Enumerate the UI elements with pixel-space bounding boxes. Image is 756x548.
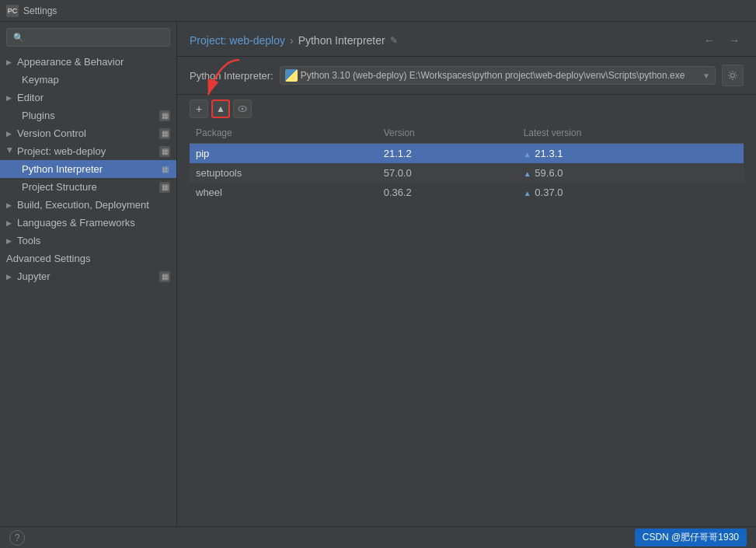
arrow-icon: ▶	[6, 273, 14, 281]
sidebar-item-label: Advanced Settings	[6, 253, 90, 264]
up-arrow-icon: ▲	[524, 150, 534, 159]
arrow-icon: ▶	[6, 130, 14, 138]
interpreter-value: Python 3.10 (web-deploy) E:\Workspaces\p…	[301, 70, 685, 81]
sidebar-item-label: Editor	[17, 92, 44, 103]
sidebar-item-editor[interactable]: ▶ Editor	[0, 89, 176, 106]
sidebar-item-project-structure[interactable]: Project Structure ▦	[0, 178, 176, 196]
sidebar-item-label: Keymap	[22, 74, 59, 86]
interpreter-select-text: Python 3.10 (web-deploy) E:\Workspaces\p…	[285, 69, 685, 82]
app-icon: PC	[6, 5, 19, 17]
sidebar-item-label: Tools	[17, 235, 40, 246]
python-icon	[285, 69, 298, 82]
dropdown-arrow-icon: ▼	[702, 72, 710, 80]
sidebar-item-build[interactable]: ▶ Build, Execution, Deployment	[0, 196, 176, 214]
cell-latest: ▲ 59.6.0	[517, 163, 744, 183]
arrow-icon: ▶	[6, 148, 14, 155]
nav-back-button[interactable]: ←	[700, 31, 719, 50]
arrow-icon: ▶	[6, 201, 14, 209]
structure-icon: ▦	[159, 182, 170, 193]
add-package-button[interactable]: +	[190, 99, 208, 118]
interpreter-select-dropdown[interactable]: Python 3.10 (web-deploy) E:\Workspaces\p…	[280, 66, 716, 85]
arrow-icon: ▶	[6, 94, 14, 102]
cell-version: 0.36.2	[378, 183, 517, 202]
search-box[interactable]: 🔍	[6, 28, 170, 47]
sidebar-item-project[interactable]: ▶ Project: web-deploy ▦	[0, 142, 176, 160]
project-icon: ▦	[159, 146, 170, 157]
sidebar-item-keymap[interactable]: Keymap	[0, 71, 176, 89]
bottom-bar: ? CSDN @肥仔哥哥1930	[0, 526, 756, 548]
nav-forward-button[interactable]: →	[725, 31, 744, 50]
arrow-icon: ▶	[6, 58, 14, 66]
interpreter-row: Python Interpreter: Python 3.10 (web-dep…	[177, 57, 756, 95]
cell-version: 21.1.2	[378, 144, 517, 164]
help-button[interactable]: ?	[9, 530, 25, 546]
sidebar-item-plugins[interactable]: Plugins ▦	[0, 106, 176, 124]
sidebar-item-label: Version Control	[17, 127, 86, 139]
table-header-row: Package Version Latest version	[190, 123, 744, 144]
eye-icon	[238, 104, 247, 113]
table-row[interactable]: pip21.1.2▲ 21.3.1	[190, 144, 744, 164]
sidebar-item-advanced-settings[interactable]: Advanced Settings	[0, 250, 176, 267]
sidebar-item-appearance[interactable]: ▶ Appearance & Behavior	[0, 53, 176, 71]
breadcrumb-edit-icon[interactable]: ✎	[390, 35, 398, 46]
sidebar-item-label: Python Interpreter	[22, 163, 103, 175]
search-input[interactable]	[27, 32, 163, 43]
remove-package-button[interactable]: ▲	[211, 99, 230, 118]
package-table: Package Version Latest version pip21.1.2…	[190, 123, 744, 202]
sidebar: 🔍 ▶ Appearance & Behavior Keymap ▶ Edito…	[0, 22, 177, 526]
sidebar-item-label: Languages & Frameworks	[17, 217, 135, 229]
breadcrumb-parent[interactable]: Project: web-deploy	[190, 34, 285, 47]
sidebar-item-version-control[interactable]: ▶ Version Control ▦	[0, 124, 176, 142]
sidebar-item-label: Jupyter	[17, 271, 51, 282]
cell-package: wheel	[190, 183, 378, 202]
header-nav: ← →	[700, 31, 744, 50]
cell-latest: ▲ 0.37.0	[517, 183, 744, 202]
package-toolbar: + ▲	[177, 95, 756, 123]
table-row[interactable]: wheel0.36.2▲ 0.37.0	[190, 183, 744, 202]
breadcrumb: Project: web-deploy › Python Interpreter…	[190, 34, 398, 47]
sidebar-item-python-interpreter[interactable]: Python Interpreter ▦	[0, 160, 176, 178]
settings-package-button[interactable]	[233, 99, 252, 118]
col-package: Package	[190, 123, 378, 144]
title-bar: PC Settings	[0, 0, 756, 22]
window-title: Settings	[23, 5, 57, 16]
interpreter-gear-button[interactable]	[722, 65, 744, 86]
breadcrumb-current: Python Interpreter	[298, 34, 385, 47]
sidebar-item-label: Appearance & Behavior	[17, 56, 124, 68]
cell-latest: ▲ 21.3.1	[517, 144, 744, 164]
cell-package: pip	[190, 144, 378, 164]
sidebar-item-label: Project Structure	[22, 181, 97, 193]
arrow-icon: ▶	[6, 219, 14, 227]
plugins-icon: ▦	[159, 110, 170, 121]
svg-point-0	[731, 74, 735, 78]
sidebar-item-tools[interactable]: ▶ Tools	[0, 232, 176, 250]
jupyter-icon: ▦	[159, 271, 170, 282]
content-header: Project: web-deploy › Python Interpreter…	[177, 22, 756, 57]
arrow-icon: ▶	[6, 237, 14, 245]
sidebar-item-label: Project: web-deploy	[17, 145, 106, 157]
sidebar-item-jupyter[interactable]: ▶ Jupyter ▦	[0, 267, 176, 285]
gear-icon	[727, 70, 738, 81]
up-arrow-icon: ▲	[524, 189, 534, 197]
up-arrow-icon: ▲	[524, 169, 534, 178]
col-latest: Latest version	[517, 123, 744, 144]
version-control-icon: ▦	[159, 128, 170, 139]
cell-package: setuptools	[190, 163, 378, 183]
table-row[interactable]: setuptools57.0.0▲ 59.6.0	[190, 163, 744, 183]
watermark: CSDN @肥仔哥哥1930	[635, 529, 747, 546]
content-panel: Project: web-deploy › Python Interpreter…	[177, 22, 756, 526]
svg-point-2	[242, 108, 244, 110]
interpreter-label: Python Interpreter:	[190, 70, 273, 82]
breadcrumb-separator: ›	[290, 34, 294, 47]
interpreter-icon: ▦	[159, 164, 170, 175]
sidebar-item-languages[interactable]: ▶ Languages & Frameworks	[0, 214, 176, 232]
cell-version: 57.0.0	[378, 163, 517, 183]
col-version: Version	[378, 123, 517, 144]
sidebar-item-label: Plugins	[22, 110, 55, 121]
search-icon: 🔍	[13, 33, 24, 43]
main-container: 🔍 ▶ Appearance & Behavior Keymap ▶ Edito…	[0, 22, 756, 526]
package-table-container: Package Version Latest version pip21.1.2…	[177, 123, 756, 526]
sidebar-item-label: Build, Execution, Deployment	[17, 199, 149, 211]
